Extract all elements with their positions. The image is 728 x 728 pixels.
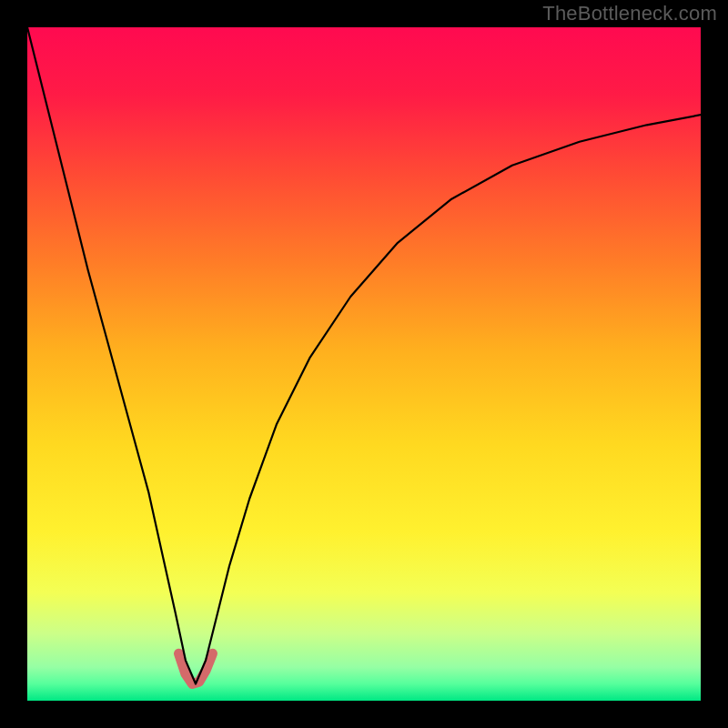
watermark-text: TheBottleneck.com (542, 2, 717, 25)
plot-area (27, 27, 701, 701)
svg-rect-0 (27, 27, 701, 701)
outer-frame: TheBottleneck.com (0, 0, 728, 728)
background-gradient (27, 27, 701, 701)
